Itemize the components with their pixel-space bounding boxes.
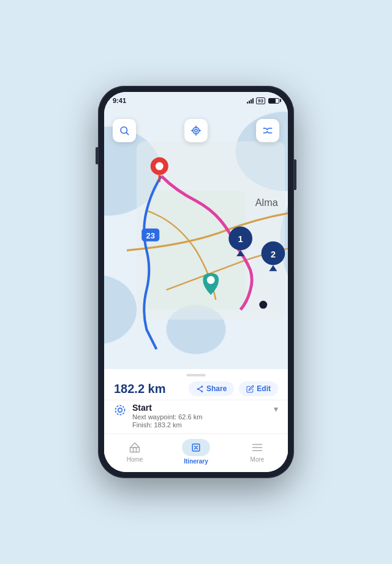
tab-itinerary-label: Itinerary <box>184 458 208 465</box>
status-bar: 9:41 93 <box>104 92 288 107</box>
svg-point-20 <box>195 129 198 132</box>
svg-point-17 <box>259 301 267 309</box>
itinerary-tab-icon-bg <box>182 439 210 456</box>
svg-text:23: 23 <box>146 231 155 240</box>
tab-home[interactable]: Home <box>116 441 153 463</box>
handle-bar <box>186 374 206 376</box>
tab-bar: Home Itinerary <box>104 433 288 472</box>
share-icon <box>196 385 204 393</box>
sheet-handle[interactable] <box>104 369 288 376</box>
distance-row: 182.2 km Share <box>104 376 288 400</box>
waypoint-header: Start Next waypoint: 62.6 km Finish: 183… <box>114 403 278 429</box>
chevron-down-icon[interactable]: ▾ <box>274 404 278 414</box>
bottom-sheet: 182.2 km Share <box>104 369 288 472</box>
svg-rect-29 <box>130 448 140 452</box>
status-time: 9:41 <box>113 97 126 104</box>
svg-text:2: 2 <box>271 250 276 259</box>
home-icon <box>128 441 141 454</box>
waypoint-icon <box>114 404 126 416</box>
share-button[interactable]: Share <box>189 381 234 396</box>
phone-frame: 9:41 93 <box>98 86 294 478</box>
phone-screen: 9:41 93 <box>104 92 288 472</box>
locate-icon <box>190 125 202 136</box>
waypoint-section: Start Next waypoint: 62.6 km Finish: 183… <box>104 400 288 433</box>
network-badge: 93 <box>256 97 265 104</box>
svg-text:Alma: Alma <box>255 197 278 208</box>
tab-home-label: Home <box>127 456 143 463</box>
svg-point-11 <box>156 162 164 170</box>
edit-button[interactable]: Edit <box>239 381 278 396</box>
battery-icon <box>268 98 279 104</box>
map-area[interactable]: Alma 23 <box>104 92 288 369</box>
more-icon <box>251 441 264 454</box>
tab-more-label: More <box>251 456 265 463</box>
map-background: Alma 23 <box>104 92 288 369</box>
svg-point-3 <box>104 275 137 345</box>
share-label: Share <box>206 384 227 393</box>
distance-value: 182.2 km <box>114 382 166 396</box>
svg-point-21 <box>193 128 200 134</box>
svg-line-25 <box>198 387 201 389</box>
waypoint-title: Start <box>132 403 274 413</box>
tab-more[interactable]: More <box>239 441 276 463</box>
search-icon <box>119 125 130 136</box>
svg-line-19 <box>126 132 128 134</box>
svg-point-27 <box>118 408 123 413</box>
svg-line-26 <box>198 389 201 391</box>
waypoint-info: Start Next waypoint: 62.6 km Finish: 183… <box>132 403 274 429</box>
sheet-actions: Share Edit <box>189 381 278 396</box>
waypoint-icon-col <box>114 404 126 419</box>
edit-label: Edit <box>257 384 271 393</box>
status-icons: 93 <box>247 97 279 104</box>
signal-bars-icon <box>247 97 254 104</box>
itinerary-icon <box>190 441 202 454</box>
svg-point-12 <box>207 276 215 284</box>
route-icon <box>262 125 273 136</box>
search-button[interactable] <box>113 119 136 142</box>
route-button[interactable] <box>256 119 279 142</box>
waypoint-next: Next waypoint: 62.6 km <box>132 413 274 421</box>
svg-text:1: 1 <box>238 234 243 244</box>
svg-point-28 <box>116 406 125 415</box>
tab-itinerary[interactable]: Itinerary <box>178 439 214 465</box>
edit-icon <box>246 385 254 393</box>
waypoint-finish: Finish: 183.2 km <box>132 421 274 429</box>
locate-button[interactable] <box>184 119 208 142</box>
